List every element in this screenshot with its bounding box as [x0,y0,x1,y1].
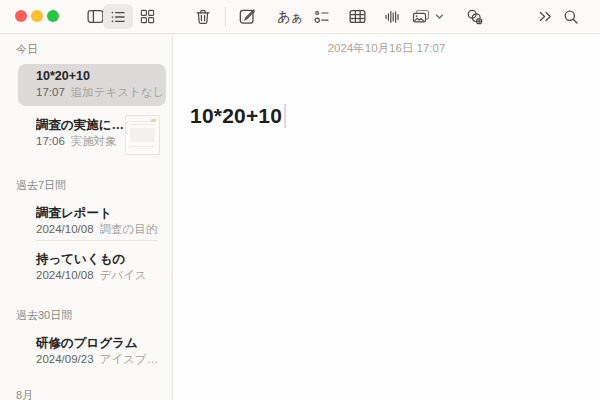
note-content-text[interactable]: 10*20+10 [190,104,282,128]
note-item[interactable]: 研修のプログラム 2024/09/23 アイスブ… [36,336,166,366]
note-item[interactable]: 持っていくもの 2024/10/08 デバイス [36,252,166,282]
note-editor[interactable]: 2024年10月16日 17:07 10*20+10 [173,34,600,400]
note-title: 調査の実施に… [36,118,124,133]
note-list-sidebar: 今日 10*20+10 17:07 追加テキストなし 調査の実施に… 17:06… [0,34,173,400]
zoom-button[interactable] [47,10,59,22]
checklist-button[interactable] [308,4,336,29]
toolbar: あぁ [0,0,600,34]
note-preview: 調査の目的 [100,222,158,236]
note-item[interactable]: 調査レポート 2024/10/08 調査の目的 [36,206,166,236]
search-button[interactable] [557,4,585,29]
format-text-button[interactable]: あぁ [273,4,307,29]
audio-recording-button[interactable] [378,4,406,29]
note-item-selected[interactable]: 10*20+10 17:07 追加テキストなし [36,69,166,99]
note-preview: 追加テキストなし [71,85,165,99]
list-view-button[interactable] [103,4,133,29]
insert-media-button[interactable] [406,4,448,29]
note-preview: 実施対象 [71,134,117,148]
section-header-august: 8月 [16,388,33,400]
compose-icon [238,7,257,26]
text-caret [284,104,286,128]
note-title: 持っていくもの [36,252,166,267]
search-icon [562,8,580,26]
note-date-header: 2024年10月16日 17:07 [173,41,600,56]
note-date: 2024/10/08 [36,268,94,282]
table-icon [348,7,367,26]
double-chevron-icon [537,8,554,25]
note-date: 2024/10/08 [36,222,94,236]
note-preview: デバイス [100,268,147,282]
chevron-down-icon [435,12,444,21]
note-title: 調査レポート [36,206,166,221]
note-time: 17:06 [36,134,65,148]
note-title: 10*20+10 [36,69,166,84]
link-add-icon [465,7,484,26]
notes-app-window: あぁ [0,0,600,400]
new-note-button[interactable] [233,4,261,29]
table-button[interactable] [343,4,371,29]
list-divider [36,240,158,241]
gallery-view-button[interactable] [134,4,161,29]
note-thumbnail [125,115,160,155]
add-link-button[interactable] [459,4,489,29]
close-button[interactable] [15,10,27,22]
delete-note-button[interactable] [189,4,216,29]
note-title: 研修のプログラム [36,336,166,351]
section-header-past30days: 過去30日間 [16,308,72,323]
section-header-today: 今日 [16,42,38,57]
note-item[interactable]: 調査の実施に… 17:06 実施対象 [36,118,124,148]
note-time: 17:07 [36,85,65,99]
note-preview: アイスブ… [100,352,159,366]
gallery-view-icon [139,8,156,25]
minimize-button[interactable] [31,10,43,22]
list-view-icon [109,8,127,26]
note-date: 2024/09/23 [36,352,94,366]
trash-icon [194,8,212,26]
thumbnail-highlight-mark [151,119,156,122]
format-text-icon: あぁ [277,8,303,26]
waveform-icon [383,8,401,26]
more-toolbar-items-button[interactable] [531,4,559,29]
toolbar-divider [225,7,226,26]
media-icon [411,7,431,26]
section-header-past7days: 過去7日間 [16,178,66,193]
checklist-icon [313,8,331,26]
